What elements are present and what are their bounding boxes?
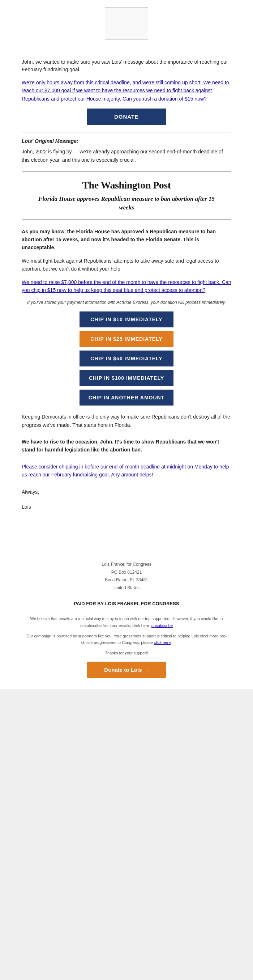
donate-button[interactable]: DONATE (87, 108, 166, 125)
actblue-note: If you've stored your payment informatio… (22, 299, 231, 306)
cta-link[interactable]: Please consider chipping in before our e… (22, 463, 231, 479)
chip-50-button[interactable]: CHIP IN $50 IMMEDIATELY (79, 350, 174, 366)
paid-for-box: PAID FOR BY LOIS FRANKEL FOR CONGRESS (22, 597, 231, 610)
body-para1: As you may know, the Florida House has a… (22, 228, 231, 252)
footer-legal2: Our campaign is powered by supporters li… (22, 633, 231, 646)
body-para3: Keeping Democrats in office is the only … (22, 413, 231, 429)
original-message-label: Lois' Original Message: (22, 138, 231, 144)
chip-10-button[interactable]: CHIP IN $10 IMMEDIATELY (79, 312, 174, 328)
unsubscribe-link[interactable]: unsubscribe (152, 623, 173, 628)
wapo-article-box: The Washington Post Florida House approv… (22, 171, 231, 220)
sign-name: Lois (22, 503, 231, 512)
original-opening: John, 2022 is flying by — we're already … (22, 148, 231, 164)
wapo-title: The Washington Post (33, 180, 220, 191)
wapo-headline: Florida House approves Republican measur… (33, 195, 220, 212)
address-line2: PO Box 812421 (0, 569, 253, 577)
click-here-link[interactable]: click here (154, 640, 171, 645)
sign-always: Always, (22, 488, 231, 497)
chip-another-button[interactable]: CHIP IN ANOTHER AMOUNT (79, 390, 174, 406)
chip-25-button[interactable]: CHIP IN $25 IMMEDIATELY (79, 331, 174, 347)
logo-image (105, 7, 148, 40)
body-para2: We must fight back against Republicans' … (22, 257, 231, 273)
logo-section (0, 0, 253, 45)
donate-lois-button[interactable]: Donate to Lois → (87, 662, 166, 678)
body-para4: We have to rise to the occasion, John. I… (22, 438, 231, 454)
urgent-link[interactable]: We're only hours away from this critical… (22, 78, 231, 103)
footer-address: Lois Frankel for Congress PO Box 812421 … (0, 561, 253, 592)
address-line1: Lois Frankel for Congress (0, 561, 253, 569)
intro-text: John, we wanted to make sure you saw Loi… (22, 58, 231, 73)
address-line3: Boca Raton, FL 33481 (0, 576, 253, 584)
footer-legal1: We believe that emails are a crucial way… (22, 615, 231, 629)
address-line4: United States (0, 584, 253, 592)
divider (22, 132, 231, 132)
chip-100-button[interactable]: CHIP IN $100 IMMEDIATELY (79, 370, 174, 386)
footer-thanks: Thanks for your support! (22, 650, 231, 657)
action-link[interactable]: We need to raise $7,000 before the end o… (22, 278, 231, 294)
